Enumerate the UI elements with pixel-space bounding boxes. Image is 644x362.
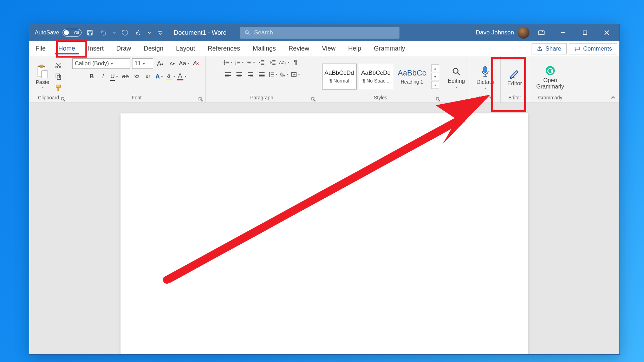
document-page[interactable]	[121, 113, 528, 354]
change-case-icon[interactable]: Aa	[179, 59, 189, 68]
underline-button[interactable]: U	[110, 72, 119, 81]
touch-mode-icon[interactable]	[134, 28, 143, 38]
save-icon[interactable]	[85, 28, 95, 38]
search-placeholder: Search	[254, 29, 273, 36]
dialog-launcher-icon[interactable]	[61, 97, 66, 102]
share-button[interactable]: Share	[532, 43, 566, 54]
tab-grammarly[interactable]: Grammarly	[367, 41, 411, 56]
editor-button[interactable]: Editor	[502, 66, 527, 87]
word-window: AutoSave Off	[29, 24, 620, 355]
line-spacing-icon[interactable]	[268, 70, 278, 79]
dialog-launcher-icon[interactable]	[311, 97, 316, 102]
style-no-spacing[interactable]: AaBbCcDd ¶ No Spac...	[359, 64, 393, 89]
multilevel-list-icon[interactable]	[246, 58, 255, 67]
qat-customize-icon[interactable]	[155, 28, 165, 38]
svg-text:3: 3	[235, 63, 236, 65]
clear-format-icon[interactable]: A✕	[191, 59, 201, 68]
undo-dropdown-icon[interactable]	[112, 28, 117, 38]
ribbon: Paste ⌄ Clipboard Calibri	[29, 56, 619, 103]
decrease-indent-icon[interactable]	[257, 58, 266, 67]
svg-rect-1	[89, 30, 91, 32]
tab-draw[interactable]: Draw	[110, 41, 137, 56]
style-heading1[interactable]: AaBbCc Heading 1	[395, 64, 429, 89]
svg-point-26	[453, 68, 458, 73]
tab-layout[interactable]: Layout	[170, 41, 201, 56]
dictate-button[interactable]: Dictate ⌄	[471, 64, 499, 90]
autosave-label: AutoSave	[35, 29, 59, 36]
tab-review[interactable]: Review	[282, 41, 316, 56]
dialog-launcher-icon[interactable]	[436, 97, 441, 102]
style-normal[interactable]: AaBbCcDd ¶ Normal	[322, 64, 357, 90]
paste-button[interactable]: Paste ⌄	[33, 64, 52, 89]
redo-icon[interactable]	[120, 28, 130, 38]
highlight-icon[interactable]: a	[166, 72, 175, 81]
svg-point-18	[224, 62, 225, 63]
svg-rect-13	[56, 85, 61, 87]
tab-insert[interactable]: Insert	[82, 41, 110, 56]
shading-icon[interactable]	[280, 70, 289, 79]
close-button[interactable]	[597, 24, 617, 41]
svg-rect-5	[583, 31, 587, 35]
font-name-combo[interactable]: Calibri (Body)▾	[72, 58, 130, 69]
show-marks-icon[interactable]: ¶	[291, 58, 300, 67]
dialog-launcher-icon[interactable]	[198, 97, 203, 102]
username[interactable]: Dave Johnson	[476, 29, 514, 36]
ribbon-tabs: File Home Insert Draw Design Layout Refe…	[29, 41, 619, 56]
numbering-icon[interactable]: 123	[235, 58, 244, 67]
collapse-ribbon-icon[interactable]	[610, 94, 617, 101]
sort-icon[interactable]: AZ↓	[280, 58, 289, 67]
open-grammarly-button[interactable]: Open Grammarly	[531, 63, 569, 90]
increase-indent-icon[interactable]	[268, 58, 278, 67]
maximize-button[interactable]	[575, 24, 595, 41]
justify-icon[interactable]	[257, 70, 266, 79]
minimize-button[interactable]	[553, 24, 573, 41]
document-area[interactable]	[29, 103, 619, 354]
align-left-icon[interactable]	[223, 70, 233, 79]
styles-scroll-up-icon[interactable]: ▴	[431, 64, 439, 72]
copy-icon[interactable]	[54, 72, 63, 81]
comments-button[interactable]: Comments	[569, 43, 617, 54]
chevron-down-icon: ⌄	[455, 84, 458, 89]
font-size-combo[interactable]: 11▾	[132, 58, 153, 69]
user-avatar[interactable]	[518, 27, 529, 39]
superscript-button[interactable]: x2	[143, 72, 152, 81]
search-box[interactable]: Search	[240, 27, 399, 39]
bold-button[interactable]: B	[87, 72, 96, 81]
text-effects-icon[interactable]: A	[155, 72, 164, 81]
svg-rect-8	[41, 71, 48, 78]
styles-scroll-down-icon[interactable]: ▾	[431, 73, 439, 80]
subscript-button[interactable]: x2	[132, 72, 141, 81]
svg-rect-4	[539, 31, 544, 34]
bullets-icon[interactable]	[223, 58, 233, 67]
shrink-font-icon[interactable]: A▾	[167, 59, 177, 68]
strikethrough-button[interactable]: ab	[121, 72, 130, 81]
autosave-state: Off	[74, 31, 79, 35]
italic-button[interactable]: I	[98, 72, 108, 81]
touch-mode-dropdown-icon[interactable]	[147, 28, 152, 38]
styles-expand-icon[interactable]: ▾	[431, 81, 439, 89]
align-center-icon[interactable]	[235, 70, 244, 79]
svg-point-19	[224, 64, 225, 65]
format-painter-icon[interactable]	[54, 83, 63, 92]
tab-design[interactable]: Design	[137, 41, 170, 56]
svg-rect-27	[483, 66, 487, 72]
editing-button[interactable]: Editing ⌄	[443, 65, 470, 89]
ribbon-display-options-icon[interactable]	[532, 24, 551, 41]
align-right-icon[interactable]	[246, 70, 255, 79]
svg-rect-14	[58, 87, 59, 91]
tab-references[interactable]: References	[201, 41, 246, 56]
svg-point-17	[224, 60, 225, 61]
svg-rect-7	[40, 65, 43, 67]
tab-home[interactable]: Home	[52, 41, 82, 56]
tab-file[interactable]: File	[29, 41, 52, 56]
font-color-icon[interactable]: A	[177, 72, 186, 81]
cut-icon[interactable]	[54, 61, 63, 70]
undo-icon[interactable]	[98, 28, 108, 38]
grow-font-icon[interactable]: A▴	[155, 59, 165, 68]
borders-icon[interactable]	[291, 70, 300, 79]
tab-help[interactable]: Help	[342, 41, 367, 56]
tab-mailings[interactable]: Mailings	[246, 41, 282, 56]
autosave-toggle[interactable]: Off	[63, 29, 82, 37]
tab-view[interactable]: View	[316, 41, 342, 56]
group-grammarly: Open Grammarly Grammarly	[529, 56, 571, 103]
